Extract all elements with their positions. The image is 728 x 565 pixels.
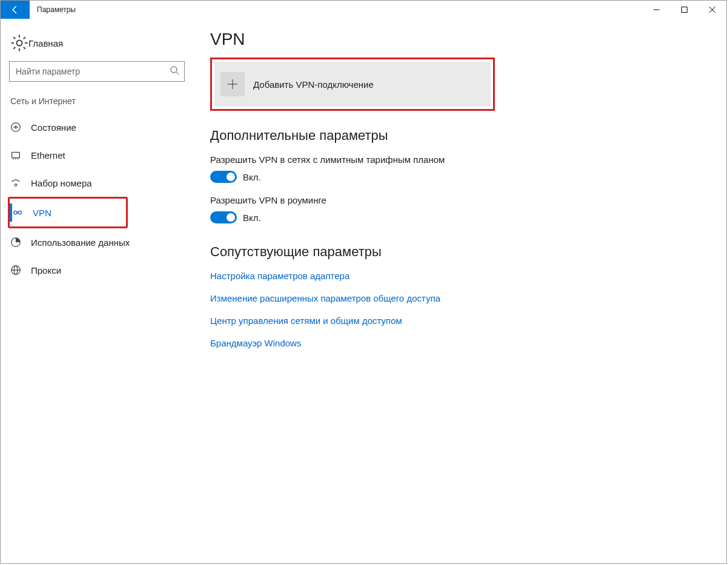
page-title: VPN — [210, 30, 708, 49]
titlebar: Параметры — [1, 1, 726, 19]
status-icon — [10, 122, 31, 133]
svg-point-5 — [171, 67, 177, 73]
data-usage-icon — [10, 237, 31, 248]
sidebar: Главная Сеть и Интернет Состояние — [1, 19, 188, 563]
home-button[interactable]: Главная — [1, 30, 188, 56]
close-icon — [709, 7, 715, 13]
sidebar-item-data-usage[interactable]: Использование данных — [1, 228, 188, 256]
setting-roaming: Разрешить VPN в роуминге Вкл. — [210, 195, 708, 223]
highlight-annotation-add: Добавить VPN-подключение — [210, 58, 495, 111]
sidebar-item-label: Использование данных — [31, 237, 130, 248]
related-section-title: Сопутствующие параметры — [210, 244, 708, 260]
toggle-state-label: Вкл. — [243, 172, 261, 182]
add-vpn-button[interactable]: Добавить VPN-подключение — [214, 62, 491, 107]
maximize-icon — [681, 7, 687, 13]
content-pane: VPN Добавить VPN-подключение Дополнитель… — [188, 19, 726, 563]
related-section: Сопутствующие параметры Настройка параме… — [210, 244, 708, 348]
home-label: Главная — [28, 38, 63, 48]
close-button[interactable] — [698, 1, 726, 19]
link-firewall[interactable]: Брандмауэр Windows — [210, 338, 708, 348]
sidebar-item-ethernet[interactable]: Ethernet — [1, 141, 188, 169]
sidebar-item-status[interactable]: Состояние — [1, 113, 188, 141]
svg-rect-1 — [682, 7, 687, 13]
sidebar-item-label: VPN — [33, 208, 51, 218]
arrow-left-icon — [10, 5, 20, 15]
proxy-icon — [10, 265, 31, 276]
svg-point-12 — [15, 184, 17, 187]
svg-point-14 — [18, 211, 21, 214]
gear-icon — [10, 34, 28, 52]
dialup-icon — [10, 177, 31, 188]
search-input[interactable] — [10, 62, 184, 81]
add-vpn-label: Добавить VPN-подключение — [253, 79, 374, 90]
link-network-center[interactable]: Центр управления сетями и общим доступом — [210, 316, 708, 326]
minimize-button[interactable] — [643, 1, 670, 19]
maximize-button[interactable] — [670, 1, 698, 19]
setting-label: Разрешить VPN в роуминге — [210, 195, 708, 205]
sidebar-item-dialup[interactable]: Набор номера — [1, 169, 188, 197]
titlebar-drag-area[interactable] — [83, 1, 643, 19]
svg-point-4 — [17, 41, 22, 46]
setting-label: Разрешить VPN в сетях с лимитным тарифны… — [210, 154, 708, 165]
toggle-roaming[interactable] — [210, 211, 237, 223]
sidebar-item-proxy[interactable]: Прокси — [1, 256, 188, 284]
window-controls — [643, 1, 726, 19]
sidebar-nav: Состояние Ethernet Набор номера — [1, 113, 188, 284]
link-adapter-settings[interactable]: Настройка параметров адаптера — [210, 271, 708, 281]
highlight-annotation-sidebar: VPN — [8, 197, 128, 228]
minimize-icon — [654, 7, 660, 13]
advanced-section-title: Дополнительные параметры — [210, 128, 708, 144]
toggle-state-label: Вкл. — [243, 213, 261, 223]
setting-metered: Разрешить VPN в сетях с лимитным тарифны… — [210, 154, 708, 183]
sidebar-item-vpn[interactable]: VPN — [10, 199, 126, 226]
back-button[interactable] — [1, 1, 30, 19]
settings-window: Параметры Главная — [0, 0, 727, 564]
svg-rect-8 — [12, 153, 20, 158]
search-icon — [170, 65, 179, 78]
link-sharing-settings[interactable]: Изменение расширенных параметров общего … — [210, 293, 708, 303]
vpn-icon — [12, 207, 33, 218]
toggle-metered[interactable] — [210, 171, 237, 183]
sidebar-item-label: Состояние — [31, 122, 76, 133]
sidebar-item-label: Прокси — [31, 265, 61, 276]
sidebar-item-label: Набор номера — [31, 178, 92, 188]
sidebar-section-label: Сеть и Интернет — [1, 88, 188, 113]
plus-icon — [220, 72, 245, 96]
window-title: Параметры — [30, 1, 83, 19]
svg-line-6 — [176, 72, 179, 74]
svg-point-13 — [14, 211, 17, 214]
ethernet-icon — [10, 150, 31, 160]
search-box[interactable] — [9, 61, 185, 82]
sidebar-item-label: Ethernet — [31, 150, 65, 160]
